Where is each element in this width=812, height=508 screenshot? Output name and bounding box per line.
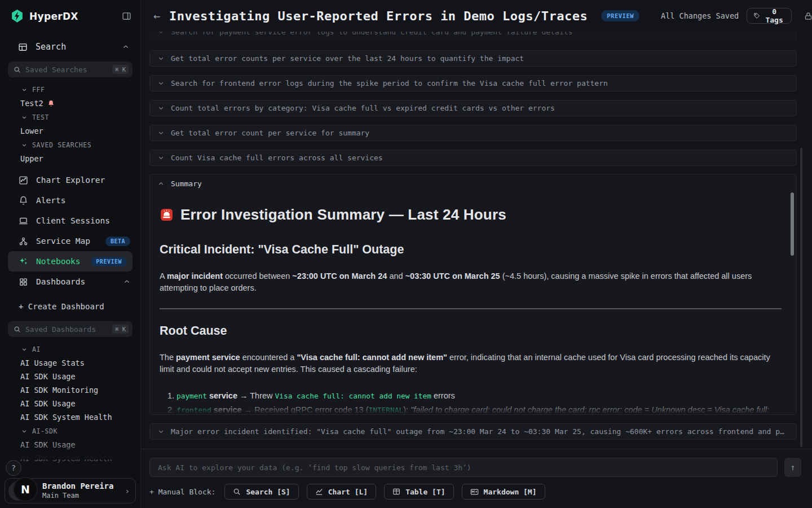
user-team: Main Team <box>42 492 113 500</box>
avatar: N <box>13 477 38 502</box>
notebook-footer: ↑ + Manual Block: Search [S] Chart [L] T… <box>141 449 812 508</box>
sidebar-item-alerts[interactable]: Alerts <box>0 190 140 211</box>
service-map-icon <box>19 237 28 246</box>
notebook-block-collapsed[interactable]: Count Visa cache full errors across all … <box>149 150 797 166</box>
search-group-test[interactable]: TEST <box>0 110 140 124</box>
saved-dashboards-tree: AI AI Usage Stats AI SDK Usage AI SDK Mo… <box>0 342 140 465</box>
ai-row: ↑ <box>149 458 801 477</box>
notebook-scroll-area: Search for payment service error logs to… <box>141 0 812 449</box>
section-label: Search <box>36 42 66 52</box>
create-dashboard-button[interactable]: + Create Dashboard <box>0 299 140 314</box>
dash-item[interactable]: AI SDK Monitoring <box>0 383 140 397</box>
chevron-down-icon <box>21 87 27 93</box>
notebook-block-collapsed[interactable]: Search for frontend error logs during th… <box>149 75 797 91</box>
summary-block: Summary Error Investigation Summary — La… <box>149 174 797 415</box>
user-name: Brandon Pereira <box>42 481 113 492</box>
beta-badge: BETA <box>105 237 130 246</box>
dash-group-ai[interactable]: AI <box>0 342 140 356</box>
chevron-down-icon <box>21 347 27 352</box>
ask-ai-input[interactable] <box>149 458 778 477</box>
add-table-block-button[interactable]: Table [T] <box>384 484 453 500</box>
tags-button[interactable]: 0 Tags <box>747 8 791 24</box>
table-icon <box>392 488 400 496</box>
dashboards-grid-icon <box>19 277 28 287</box>
hyperdx-logo-icon <box>10 9 24 23</box>
chevron-down-icon <box>158 428 164 435</box>
dash-item[interactable]: AI SDK System Health <box>0 452 140 465</box>
chevron-up-icon[interactable] <box>122 43 129 50</box>
dash-item[interactable]: AI SDK Usage <box>0 370 140 383</box>
list-item: payment service → Threw Visa cache full:… <box>176 389 782 402</box>
sidebar-item-dashboards[interactable]: Dashboards <box>0 271 140 292</box>
sidebar: HyperDX Search Saved Searches ⌘ K FFF Te… <box>0 0 141 508</box>
saved-searches-tree: FFF Test2 TEST Lower SAVED SEARCHES Uppe… <box>0 82 140 165</box>
saved-searches-input[interactable]: Saved Searches ⌘ K <box>8 62 133 77</box>
search-item-test2[interactable]: Test2 <box>0 97 140 110</box>
dash-item[interactable]: AI SDK Usage <box>0 438 140 452</box>
chevron-right-icon: › <box>125 487 130 496</box>
saved-dashboards-input[interactable]: Saved Dashboards ⌘ K <box>8 321 133 337</box>
add-chart-block-button[interactable]: Chart [L] <box>307 484 376 500</box>
sidebar-item-notebooks[interactable]: Notebooks PREVIEW <box>8 251 133 271</box>
search-item-upper[interactable]: Upper <box>0 152 140 165</box>
main-area: Search for payment service error logs to… <box>141 0 812 508</box>
content-fade <box>151 402 796 414</box>
summary-block-header[interactable]: Summary <box>150 174 796 188</box>
page-scrollbar-thumb[interactable] <box>800 148 802 447</box>
alert-bell-icon <box>47 100 55 107</box>
notebook-block-collapsed[interactable]: Get total error count per service for su… <box>149 125 797 141</box>
dash-item[interactable]: AI Usage Stats <box>0 356 140 370</box>
search-icon <box>14 326 21 333</box>
saved-dashboards-placeholder: Saved Dashboards <box>25 325 112 334</box>
logo-row: HyperDX <box>0 0 140 23</box>
chevron-down-icon <box>21 428 27 434</box>
summary-scrollbar-thumb[interactable] <box>791 192 794 256</box>
dash-group-ai-sdk[interactable]: AI-SDK <box>0 424 140 438</box>
user-menu[interactable]: N Brandon Pereira Main Team › <box>5 478 136 503</box>
collapse-sidebar-icon[interactable] <box>122 11 131 21</box>
save-status: All Changes Saved <box>661 11 739 20</box>
back-button[interactable]: ← <box>153 9 160 23</box>
shortcut-badge: ⌘ K <box>112 65 129 74</box>
summary-title: Error Investigation Summary — Last 24 Ho… <box>160 206 782 224</box>
tag-icon <box>754 12 760 20</box>
police-light-emoji <box>160 208 174 222</box>
chevron-down-icon <box>21 142 27 148</box>
root-cause-heading: Root Cause <box>160 324 782 338</box>
dash-item[interactable]: AI SDK Usage <box>0 397 140 410</box>
search-icon <box>233 488 241 496</box>
notebook-title[interactable]: Investigating User-Reported Errors in De… <box>169 9 588 23</box>
manual-block-label: + Manual Block: <box>149 488 215 496</box>
question-mark-icon: ? <box>11 463 16 472</box>
dash-item[interactable]: AI SDK System Health <box>0 410 140 424</box>
search-item-lower[interactable]: Lower <box>0 124 140 138</box>
help-button[interactable]: ? <box>6 460 21 476</box>
chevron-up-icon[interactable] <box>123 278 130 285</box>
notebook-block-collapsed[interactable]: Count total errors by category: Visa cac… <box>149 100 797 116</box>
markdown-icon <box>470 488 479 496</box>
sidebar-nav: Chart Explorer Alerts Client Sessions Se… <box>0 170 140 292</box>
manual-block-row: + Manual Block: Search [S] Chart [L] Tab… <box>149 484 545 500</box>
search-group-fff[interactable]: FFF <box>0 82 140 97</box>
lock-icon[interactable] <box>804 12 812 20</box>
notebook-block-collapsed[interactable]: Get total error counts per service over … <box>149 50 797 67</box>
chevron-down-icon <box>158 130 164 136</box>
add-search-block-button[interactable]: Search [S] <box>224 484 298 500</box>
chart-icon <box>315 488 323 496</box>
search-icon <box>14 66 21 73</box>
chart-explorer-icon <box>19 176 28 185</box>
root-cause-paragraph: The payment service encountered a "Visa … <box>160 352 782 375</box>
notebook-block-collapsed-final[interactable]: Major error incident identified: "Visa c… <box>149 423 797 440</box>
sidebar-item-chart-explorer[interactable]: Chart Explorer <box>0 170 140 190</box>
sidebar-item-client-sessions[interactable]: Client Sessions <box>0 211 140 231</box>
send-button[interactable]: ↑ <box>784 458 801 477</box>
sidebar-section-search[interactable]: Search <box>0 39 140 55</box>
sidebar-item-service-map[interactable]: Service Map BETA <box>0 231 140 251</box>
divider <box>160 308 782 309</box>
add-markdown-block-button[interactable]: Markdown [M] <box>462 484 545 500</box>
search-group-saved-searches[interactable]: SAVED SEARCHES <box>0 138 140 152</box>
laptop-icon <box>19 216 28 226</box>
saved-searches-placeholder: Saved Searches <box>25 65 112 74</box>
chevron-down-icon <box>158 55 164 62</box>
shortcut-badge: ⌘ K <box>112 325 129 334</box>
